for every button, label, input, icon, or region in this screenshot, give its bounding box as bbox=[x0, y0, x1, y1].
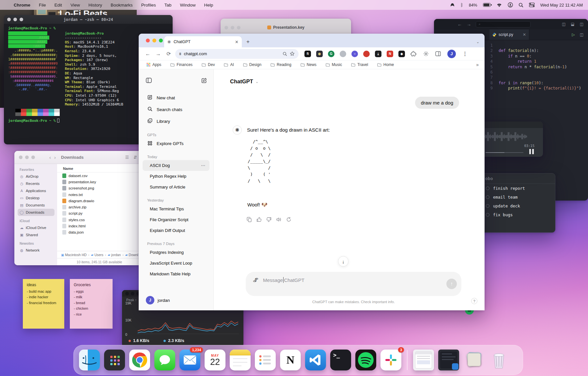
file-row[interactable]: archive.zip bbox=[57, 204, 142, 210]
ft-extension-icon[interactable]: ft bbox=[304, 51, 311, 57]
chat-history-item[interactable]: Postgres Indexing bbox=[143, 247, 209, 258]
dock-spotify[interactable] bbox=[355, 350, 376, 370]
forward-icon[interactable]: › bbox=[54, 155, 56, 160]
puzzle-extension-icon[interactable] bbox=[410, 51, 417, 57]
file-row[interactable]: index.html bbox=[57, 223, 142, 229]
sidebar-search-chats[interactable]: Search chats bbox=[139, 104, 213, 115]
file-row[interactable]: notes.txt bbox=[57, 191, 142, 198]
dock-messages[interactable] bbox=[154, 350, 175, 370]
layout-panel-icon[interactable]: ⬓ bbox=[571, 22, 574, 26]
sidebar-new-chat[interactable]: New chat bbox=[139, 92, 213, 104]
zoom-search-icon[interactable] bbox=[283, 52, 287, 56]
checkbox[interactable] bbox=[486, 213, 489, 217]
zoom-icon[interactable] bbox=[31, 155, 35, 159]
sticky-note-ideas[interactable]: ideas - build mac app- indie hacker- fin… bbox=[23, 279, 64, 329]
dock-notes[interactable] bbox=[230, 350, 251, 370]
audio-progress-bar[interactable] bbox=[486, 152, 523, 153]
column-header-name[interactable]: Name bbox=[57, 164, 142, 172]
side-panel-icon[interactable] bbox=[435, 51, 441, 56]
vscode-tab-script-py[interactable]: script.py ✕ bbox=[489, 29, 529, 40]
bookmark-star-icon[interactable] bbox=[290, 51, 295, 56]
list-view-icon[interactable]: ☰ bbox=[125, 155, 129, 160]
dock-trash[interactable] bbox=[488, 350, 509, 370]
menubar-app-icon[interactable] bbox=[450, 3, 455, 8]
menu-bookmarks[interactable]: Bookmarks bbox=[111, 3, 133, 8]
copy-icon[interactable] bbox=[247, 217, 252, 222]
checkbox[interactable] bbox=[486, 195, 489, 199]
path-segment[interactable]: ▣ Macintosh HD bbox=[61, 253, 86, 257]
terminal-prompt-2[interactable]: jordan@MacBook-Pro ~ % bbox=[8, 119, 56, 123]
layout-sidebar-icon[interactable]: ◫ bbox=[562, 22, 565, 26]
menu-history[interactable]: History bbox=[88, 3, 102, 8]
file-row[interactable]: script.py bbox=[57, 210, 142, 217]
dock-slack[interactable]: 3 bbox=[380, 350, 401, 370]
sidebar-item-applications[interactable]: АApplications bbox=[18, 187, 54, 194]
forward-icon[interactable]: → bbox=[153, 51, 163, 57]
dock-terminal[interactable]: >_ bbox=[330, 350, 351, 370]
bookmark-travel[interactable]: Travel bbox=[351, 62, 368, 67]
forward-icon[interactable]: → bbox=[467, 22, 471, 27]
split-editor-icon[interactable]: ◫ bbox=[580, 32, 583, 37]
user-switch-icon[interactable] bbox=[508, 2, 513, 8]
bookmark-news[interactable]: News bbox=[301, 62, 317, 67]
kebab-menu-icon[interactable]: ⋮ bbox=[462, 51, 468, 57]
bookmark-design[interactable]: Design bbox=[243, 62, 261, 67]
bookmark-apps[interactable]: Apps bbox=[147, 62, 161, 67]
menu-help[interactable]: Help bbox=[204, 3, 213, 8]
minimize-icon[interactable] bbox=[25, 155, 29, 159]
chat-history-item[interactable]: JavaScript Event Loop bbox=[143, 258, 209, 269]
chrome-window[interactable]: ❋ ChatGPT ✕ + ⌄ ← → ⟳ ⩩ chatgpt.com ft◉G… bbox=[139, 34, 485, 310]
thumbs-up-icon[interactable] bbox=[256, 217, 262, 222]
tab-search-chevron-icon[interactable]: ⌄ bbox=[476, 40, 479, 44]
gray-extension-icon[interactable] bbox=[340, 51, 346, 57]
red-extension-icon[interactable] bbox=[363, 51, 370, 57]
help-button[interactable]: ? bbox=[471, 298, 477, 304]
dock-stack[interactable] bbox=[463, 350, 484, 370]
sticky-note-groceries[interactable]: Groceries - eggs- milk- bread- chicken- … bbox=[70, 279, 113, 329]
dock-calendar[interactable]: MAY22 bbox=[205, 350, 225, 370]
message-input[interactable]: 🖇 Message ChatGPT ↑ bbox=[246, 272, 461, 296]
path-segment[interactable]: ▰ Downl bbox=[125, 253, 138, 257]
sidebar-item-icloud-drive[interactable]: ☁iCloud Drive bbox=[18, 224, 54, 231]
sidebar-item-desktop[interactable]: ▭Desktop bbox=[18, 194, 54, 202]
dock-mail[interactable]: 1,234 bbox=[179, 350, 200, 370]
bookmark-music[interactable]: Music bbox=[326, 62, 342, 67]
sidebar-item-shared[interactable]: ▣Shared bbox=[18, 231, 54, 238]
menu-edit[interactable]: Edit bbox=[54, 3, 62, 8]
finder-window[interactable]: ‹ › Downloads ☰ ⇵ Favorites◎AirDrop◷Rece… bbox=[14, 151, 142, 265]
file-row[interactable]: dataset.csv bbox=[57, 172, 142, 179]
chat-history-item[interactable]: Mac Terminal Tips bbox=[143, 204, 209, 214]
menubar-clock[interactable]: Wed May 22 11:42 AM bbox=[540, 3, 583, 8]
file-row[interactable]: presentation.key bbox=[57, 179, 142, 185]
zoom-icon[interactable] bbox=[159, 39, 163, 42]
todo-item[interactable]: update deck bbox=[477, 202, 555, 210]
menu-app-name[interactable]: Chrome bbox=[14, 3, 30, 8]
bookmark-reading[interactable]: Reading bbox=[271, 62, 291, 67]
finder-path-bar[interactable]: ▣ Macintosh HD›▰ Users›▰ jordan›▰ Downl bbox=[57, 251, 142, 258]
path-segment[interactable]: ▰ jordan bbox=[108, 253, 121, 257]
vscode-search-box[interactable]: ⌕ bbox=[476, 21, 531, 27]
ghostery-extension-icon[interactable]: ◉ bbox=[316, 51, 323, 57]
sidebar-explore-gpts[interactable]: Explore GPTs bbox=[139, 138, 213, 149]
back-icon[interactable]: ← bbox=[457, 22, 462, 27]
drop-extension-icon[interactable]: ◆ bbox=[398, 51, 405, 57]
sidebar-item-airdrop[interactable]: ◎AirDrop bbox=[18, 173, 54, 180]
todo-window[interactable]: obo finish reportemail teamupdate deckfi… bbox=[476, 173, 555, 233]
todo-item[interactable]: email team bbox=[477, 193, 555, 202]
sidebar-library[interactable]: Library bbox=[139, 115, 213, 127]
close-tab-icon[interactable]: ✕ bbox=[523, 32, 526, 37]
todo-item[interactable]: finish report bbox=[477, 184, 555, 193]
read-aloud-icon[interactable] bbox=[276, 217, 282, 222]
path-segment[interactable]: ▰ Users bbox=[91, 253, 103, 257]
dock-launchpad[interactable] bbox=[104, 350, 125, 370]
menu-tab[interactable]: Tab bbox=[164, 3, 172, 8]
chat-history-item[interactable]: Python Regex Help bbox=[143, 171, 209, 182]
pause-icon[interactable] bbox=[529, 149, 534, 154]
minimize-icon[interactable] bbox=[152, 39, 156, 42]
sidebar-item-recents[interactable]: ◷Recents bbox=[18, 180, 54, 187]
chat-history-item[interactable]: ASCII Dog⋯ bbox=[143, 160, 209, 171]
red-n-extension-icon[interactable]: N bbox=[387, 51, 393, 57]
close-icon[interactable] bbox=[19, 155, 23, 159]
bookmark-home[interactable]: Home bbox=[377, 62, 394, 67]
dock-notion[interactable]: N bbox=[280, 350, 301, 370]
